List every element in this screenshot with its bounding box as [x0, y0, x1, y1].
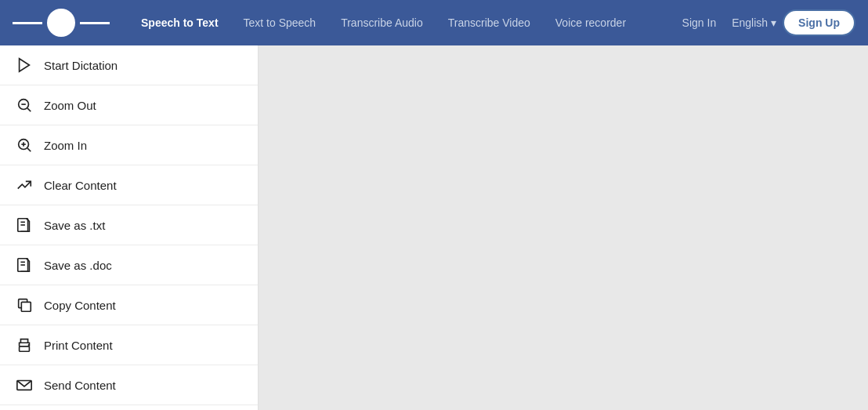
svg-rect-15	[20, 347, 30, 351]
nav-transcribe-video[interactable]: Transcribe Video	[436, 0, 543, 45]
sidebar-label-zoom-out: Zoom Out	[44, 99, 96, 112]
logo-circle	[47, 9, 75, 37]
sidebar-item-start-dictation[interactable]: Start Dictation	[0, 45, 258, 85]
main-layout: Start Dictation Zoom Out Zoom In Clear C…	[0, 45, 868, 410]
sidebar-label-start-dictation: Start Dictation	[44, 59, 118, 72]
language-label: English	[732, 16, 768, 29]
svg-line-7	[27, 148, 31, 151]
sidebar-label-print-content: Print Content	[44, 339, 113, 352]
sidebar-label-send-content: Send Content	[44, 379, 116, 392]
save-doc-icon	[16, 256, 33, 274]
copy-content-icon	[16, 296, 33, 314]
save-txt-icon	[16, 216, 33, 234]
sidebar-item-zoom-in[interactable]: Zoom In	[0, 125, 258, 165]
nav-voice-recorder[interactable]: Voice recorder	[543, 0, 638, 45]
content-area	[259, 45, 868, 410]
sidebar-label-save-doc: Save as .doc	[44, 259, 112, 272]
sidebar-label-save-txt: Save as .txt	[44, 219, 105, 232]
svg-marker-0	[20, 59, 30, 72]
language-selector[interactable]: English ▾	[732, 16, 776, 29]
nav-right: Sign In English ▾ Sign Up	[673, 9, 855, 36]
logo-line-left	[13, 22, 42, 24]
clear-content-icon	[16, 176, 33, 194]
send-content-icon	[16, 376, 33, 394]
svg-point-16	[28, 344, 30, 346]
logo	[13, 9, 110, 37]
sidebar-item-print-content[interactable]: Print Content	[0, 325, 258, 365]
sidebar-label-clear-content: Clear Content	[44, 179, 117, 192]
sign-in-link[interactable]: Sign In	[673, 16, 726, 29]
nav-speech-to-text[interactable]: Speech to Text	[128, 0, 231, 45]
sidebar-item-save-txt[interactable]: Save as .txt	[0, 205, 258, 245]
nav-links: Speech to Text Text to Speech Transcribe…	[128, 0, 673, 45]
svg-line-3	[27, 108, 31, 111]
sidebar-item-copy-content[interactable]: Copy Content	[0, 285, 258, 325]
sign-up-button[interactable]: Sign Up	[783, 9, 855, 36]
chevron-down-icon: ▾	[771, 16, 776, 29]
sidebar: Start Dictation Zoom Out Zoom In Clear C…	[0, 45, 259, 410]
sidebar-item-zoom-out[interactable]: Zoom Out	[0, 85, 258, 125]
language-section-label: Language	[0, 405, 258, 410]
nav-text-to-speech[interactable]: Text to Speech	[231, 0, 329, 45]
navbar: Speech to Text Text to Speech Transcribe…	[0, 0, 868, 45]
dictation-icon	[16, 56, 33, 74]
zoom-in-icon	[16, 136, 33, 154]
zoom-out-icon	[16, 96, 33, 114]
sidebar-label-copy-content: Copy Content	[44, 299, 116, 312]
sidebar-item-save-doc[interactable]: Save as .doc	[0, 245, 258, 285]
nav-transcribe-audio[interactable]: Transcribe Audio	[328, 0, 436, 45]
print-content-icon	[16, 336, 33, 354]
sidebar-item-clear-content[interactable]: Clear Content	[0, 165, 258, 205]
sidebar-item-send-content[interactable]: Send Content	[0, 365, 258, 405]
sidebar-label-zoom-in: Zoom In	[44, 139, 87, 152]
svg-rect-14	[21, 302, 31, 311]
logo-line-right	[80, 22, 110, 24]
